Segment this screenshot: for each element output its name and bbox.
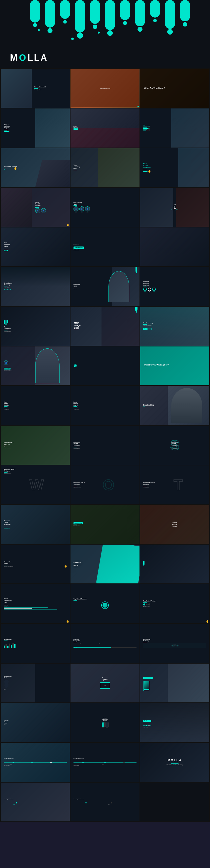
slide-cta[interactable]: What Do You Waiting For? xyxy=(140,346,209,385)
divider xyxy=(74,330,78,330)
slide-mockup-1[interactable]: AwesomeMockupPicture 📺 xyxy=(70,663,140,703)
svg-rect-8 xyxy=(135,0,145,26)
btn-1[interactable]: Button xyxy=(143,328,147,330)
slide-worldwide-quality[interactable]: Worldwide Quality Global reach 🤚 xyxy=(1,148,70,187)
svg-point-25 xyxy=(98,32,100,34)
star-icon: ★★★★★ xyxy=(4,289,12,291)
divider xyxy=(73,600,77,601)
slide-timeline-intro[interactable]: Timeline slide 2012 2015 xyxy=(140,703,209,742)
slide-row-10: Event ProjectStart Up 21 Feb 17 Pax 1.5k… xyxy=(1,426,209,464)
swot-label: Strengths: What is xyxy=(172,448,178,449)
slide-meet-ceo[interactable]: Meet OurCEO Name Here xyxy=(70,267,140,306)
slide-what-do-you-want[interactable]: What Do You Want? xyxy=(140,69,209,108)
bar-3 xyxy=(7,646,8,648)
drips-decoration xyxy=(0,0,210,40)
slide-amazing-team[interactable]: Most AmazingTeam 👤 Name 👤 Name 👤 xyxy=(70,188,140,227)
slide-analyst[interactable]: CustomAnalystAnalysis AA% BB% xyxy=(140,267,209,306)
slide-title: DoubleDropphonesMockup xyxy=(102,718,108,721)
divider xyxy=(4,472,7,473)
slide-swot-o[interactable]: O Business SWOTAnalysis Opportunities: W… xyxy=(70,465,140,504)
progress-bar-1 xyxy=(143,128,150,129)
location: · Penang Cherry xyxy=(73,409,137,410)
slide-amazing-port[interactable]: YourAmazingPort xyxy=(70,148,140,187)
slide-row-18: Your Top Tab Content 2013 Your Tab Conte… xyxy=(1,743,209,782)
slide-placeholder-2[interactable] xyxy=(140,545,209,583)
monitor xyxy=(143,681,150,691)
slide-swot-start[interactable]: BusinessSWOTAnalysis Strengths: What is xyxy=(70,426,140,464)
slide-blank[interactable]: ❋ xyxy=(70,346,140,385)
slide-event-start-1[interactable]: EventProjectStart Up ★ ★ ★ · Penang Cher… xyxy=(1,386,70,425)
slide-winner[interactable]: Achievement 1ST WINNER Congratulations xyxy=(70,227,140,266)
slide-versus[interactable]: 1 vs 1 Double Image Battle xyxy=(140,188,209,227)
slide-title: Great EventPlanning xyxy=(4,282,12,286)
logo: MOLLA xyxy=(10,53,48,63)
phone-screen xyxy=(102,722,104,727)
slide-thankyou[interactable]: MOLLA Thank You For Your Watching xyxy=(140,743,209,782)
slide-work-skill[interactable]: MostUsefulWork Skill 🤚 xyxy=(140,148,209,187)
slide-timeline-2016[interactable]: Your Top Tab Content 2016 Your Tab Conte… xyxy=(70,743,140,782)
btn-2[interactable]: Button xyxy=(147,328,152,330)
svg-point-23 xyxy=(38,29,40,31)
slide-top-rated-1[interactable]: Top Rated Feature xyxy=(70,584,140,623)
slide-about-planet[interactable]: About OurPlanet Information about our pl… xyxy=(1,545,70,583)
vs-label: Double Image Battle xyxy=(143,210,206,210)
slide-portrait[interactable]: SinglePortraitImage xyxy=(140,505,209,544)
teal-divider xyxy=(73,170,77,170)
slide-progress[interactable]: ProgressInfographic 200% 01 22 xyxy=(70,624,140,663)
slide-keep-cool[interactable]: Keep itCool andElegant xyxy=(1,108,70,147)
divider xyxy=(172,447,175,447)
year: 2013 xyxy=(4,689,67,690)
slide-timeline-2017[interactable]: Your Top Tab Content 2017 xyxy=(70,782,140,822)
desc: Lorem ipsum descriptionabout our company… xyxy=(143,325,153,328)
slide-swot-t[interactable]: T Business SWOTAnalysis Threats: What is… xyxy=(140,465,209,504)
featured-badge: Featured Mockup xyxy=(143,677,153,679)
slide-featured-mockup[interactable]: Featured Mockup xyxy=(140,663,209,703)
slide-we-are-powerful[interactable]: We Are Powerful Your tagline here xyxy=(1,69,70,108)
slide-main-image[interactable]: MainImageSlide xyxy=(70,307,140,346)
svg-point-16 xyxy=(93,25,97,29)
gauge-label: CC% xyxy=(152,291,156,292)
slide-useful-worker[interactable]: MostUsefulWorker 👤 👤 🤚 xyxy=(1,188,70,227)
slide-double-shooting[interactable]: DoubleShootingImage LONDON xyxy=(70,108,140,147)
stand xyxy=(144,689,149,690)
slide-ceo-portrait[interactable]: 👤 Natalie Joy Chief Executive Officer xyxy=(1,346,70,385)
slide-phone-mockup[interactable]: DoubleDropphonesMockup xyxy=(70,703,140,742)
star-icon: ★ xyxy=(75,407,76,409)
slide-timeline-2013[interactable]: Your Top Tab Content 2013 Your Tab Conte… xyxy=(1,743,70,782)
slide-section[interactable]: SectionSlide xyxy=(70,545,140,583)
svg-rect-3 xyxy=(60,0,70,19)
slide-title: YourAmazingPort xyxy=(73,164,80,170)
slide-title: Business SWOTAnalysis xyxy=(143,482,206,485)
slide-title: ProgressInfographic xyxy=(73,639,137,642)
slide-activity[interactable]: Favorite Activity Activity description xyxy=(70,505,140,544)
slide-our-company-1[interactable]: OurCompany Company description xyxy=(1,307,70,346)
slide-row-15: Simple Chart Pr xyxy=(1,624,209,663)
slide-title: EventProjectStart Up xyxy=(4,401,67,406)
slide-row-1: We Are Powerful Your tagline here Awesom… xyxy=(1,69,209,108)
slide-boost-data[interactable]: BoostEvery DataPlan Average PlanBusiness… xyxy=(1,584,70,623)
slide-title: Your Top Tab Content xyxy=(73,758,137,760)
slide-top-rated-2[interactable]: Top Rated Feature All What You Need 🤚 xyxy=(140,584,209,623)
vs-number: 1 xyxy=(143,206,206,210)
slide-simple-chart[interactable]: Simple Chart xyxy=(1,624,70,663)
slide-timeline-2014[interactable]: Your Top Tab Content 2014 xyxy=(1,782,70,822)
slide-event-aerial[interactable]: Event ProjectStart Up 21 Feb 17 Pax 1.5k… xyxy=(1,426,70,464)
bar-6 xyxy=(12,643,14,648)
slide-swot-s[interactable]: S BusinessSWOTAnalysis Strengths: What i… xyxy=(140,426,209,464)
slide-our-company-2[interactable]: Our Company Lorem ipsum descriptionabout… xyxy=(140,307,209,346)
slide-swot-w[interactable]: W Business SWOTAnalysis Weaknesses: What… xyxy=(1,465,70,504)
slide-breathtaking[interactable]: Breathtaking Image xyxy=(140,386,209,425)
slide-title: AwesomeMockupPicture xyxy=(4,720,67,724)
slide-awesome-picture[interactable]: Awesome Picture xyxy=(70,69,140,108)
slide-mockup-2[interactable]: AwesomeMockupPicture 2012 xyxy=(1,703,70,742)
slide-15[interactable] xyxy=(140,227,209,266)
slide-amazing-image[interactable]: YourAmazingImage Featured xyxy=(1,227,70,266)
slide-event-start-2[interactable]: EventProjectStart Up ★ ★ ★ · Penang Cher… xyxy=(70,386,140,425)
drip-deco xyxy=(143,561,144,566)
divider xyxy=(4,406,7,407)
slide-outdoor-schedule[interactable]: OutdoorEventSchedule Schedule details Bo… xyxy=(1,505,70,544)
slide-featured-skill[interactable]: OurFeatured Skill xyxy=(140,108,209,147)
slide-event-planning[interactable]: Great EventPlanning Event details here ★… xyxy=(1,267,70,306)
slide-marketing[interactable]: World LevelMarketing xyxy=(140,624,209,663)
slide-uk-map[interactable]: United KingdomMap Feature 2013 xyxy=(1,663,70,703)
